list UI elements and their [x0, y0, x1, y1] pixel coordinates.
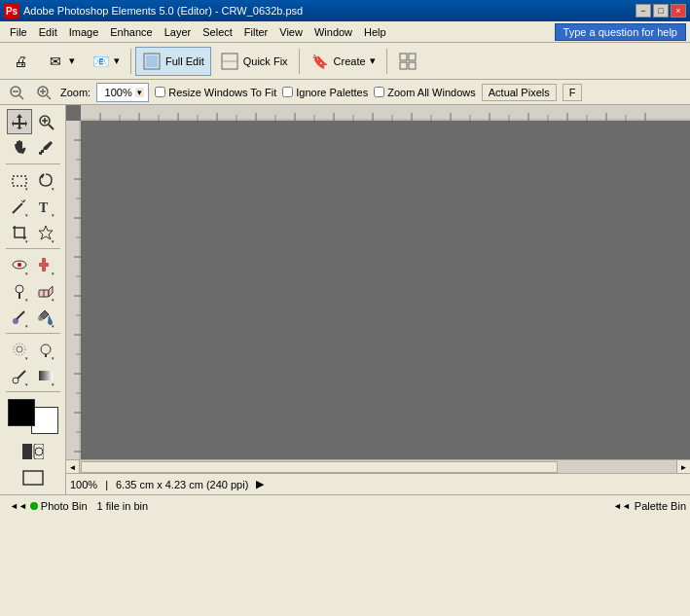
smudge-tool[interactable]: ▾: [33, 337, 58, 362]
redeye-tool[interactable]: ▾: [7, 252, 32, 277]
svg-rect-45: [81, 105, 690, 121]
quick-fix-icon: [220, 52, 239, 71]
main-work-area: ▾ ▾ ▾ T ▾ ▾ ▾: [0, 105, 690, 494]
healing-tool[interactable]: ▾: [33, 252, 58, 277]
create-button[interactable]: 🔖 Create ▾: [304, 47, 382, 76]
fit-screen-button[interactable]: F: [563, 84, 583, 101]
menu-bar: File Edit Image Enhance Layer Select Fil…: [0, 21, 690, 43]
menu-window[interactable]: Window: [309, 24, 358, 40]
tool-sep-1: [6, 163, 60, 164]
lasso-tool[interactable]: ▾: [33, 167, 58, 193]
menu-help[interactable]: Help: [358, 24, 392, 40]
svg-rect-40: [39, 371, 53, 380]
full-edit-button[interactable]: Full Edit: [135, 47, 211, 76]
menu-view[interactable]: View: [273, 24, 309, 40]
zoom-all-check[interactable]: Zoom All Windows: [374, 87, 475, 98]
scroll-right-button[interactable]: ►: [676, 460, 690, 474]
menu-enhance[interactable]: Enhance: [104, 24, 158, 40]
resize-windows-checkbox[interactable]: [155, 87, 165, 97]
help-search-box[interactable]: Type a question for help: [555, 23, 686, 41]
photo-mail-arrow: ▾: [114, 54, 120, 67]
tool-sep-3: [6, 333, 60, 334]
svg-point-36: [17, 346, 22, 352]
blur-tool[interactable]: ▾: [7, 337, 32, 362]
svg-rect-20: [13, 176, 26, 186]
menu-image[interactable]: Image: [63, 24, 105, 40]
horizontal-ruler: [81, 105, 690, 121]
text-tool[interactable]: T ▾: [33, 194, 58, 219]
brush-tool[interactable]: ▾: [7, 305, 32, 330]
menu-filter[interactable]: Filter: [238, 24, 273, 40]
quick-mask-tool[interactable]: [8, 439, 58, 464]
quick-fix-button[interactable]: Quick Fix: [213, 47, 295, 76]
palette-bin-label: Palette Bin: [635, 500, 686, 512]
sharpen-tool[interactable]: ▾: [33, 363, 58, 388]
horizontal-scroll-track[interactable]: [80, 460, 676, 473]
eyedropper-tool[interactable]: [33, 135, 58, 161]
dodge-tool[interactable]: ▾: [7, 363, 32, 388]
eraser-tool[interactable]: ▾: [33, 278, 58, 304]
email-button[interactable]: ✉ ▾: [39, 47, 82, 76]
move-tool[interactable]: [7, 109, 32, 134]
close-button[interactable]: ×: [671, 4, 686, 18]
clone-stamp-tool[interactable]: ▾: [7, 278, 32, 304]
window-controls: − □ ×: [636, 4, 686, 18]
tool-row-6: ▾ ▾: [7, 252, 58, 277]
photo-bin-tab[interactable]: ◄◄ Photo Bin: [4, 499, 93, 513]
ignore-palettes-check[interactable]: Ignore Palettes: [282, 87, 368, 98]
vertical-ruler: [66, 121, 81, 459]
svg-rect-76: [66, 121, 81, 459]
print-icon: 🖨: [11, 52, 30, 71]
grid-view-button[interactable]: [391, 47, 424, 76]
ignore-palettes-label: Ignore Palettes: [296, 87, 368, 98]
svg-point-35: [14, 344, 25, 355]
background-color-swatch[interactable]: [31, 407, 58, 434]
tool-row-5: ▾ ▾: [7, 220, 58, 245]
menu-edit[interactable]: Edit: [33, 24, 63, 40]
minimize-button[interactable]: −: [636, 4, 651, 18]
cookie-cutter-tool[interactable]: ▾: [33, 220, 58, 245]
hand-tool[interactable]: [7, 135, 32, 161]
bottom-bar: ◄◄ Photo Bin 1 file in bin ◄◄ Palette Bi…: [0, 494, 690, 516]
canvas-outer: ▲ ▼ ◄ ► 100% | 6.35 cm x 4.23 cm (240 pp…: [66, 105, 690, 494]
foreground-color-swatch[interactable]: [8, 399, 35, 426]
create-icon: 🔖: [310, 52, 330, 71]
maximize-button[interactable]: □: [653, 4, 669, 18]
zoom-all-checkbox[interactable]: [374, 87, 384, 97]
tool-row-2: [7, 135, 58, 161]
print-button[interactable]: 🖨: [4, 47, 37, 76]
photo-bin-indicator: [30, 502, 38, 510]
photo-bin-arrow: ◄◄: [10, 501, 27, 511]
zoom-tool[interactable]: [33, 109, 58, 134]
svg-rect-5: [409, 54, 416, 60]
screen-mode-tool[interactable]: [8, 465, 58, 490]
crop-tool[interactable]: ▾: [7, 220, 32, 245]
zoom-out-button[interactable]: [6, 82, 27, 103]
zoom-input-box[interactable]: 100% ▾: [96, 83, 149, 102]
photo-mail-button[interactable]: 📧 ▾: [84, 47, 127, 76]
status-separator: |: [105, 479, 108, 490]
menu-file[interactable]: File: [4, 24, 33, 40]
zoom-dropdown-button[interactable]: ▾: [135, 88, 144, 97]
color-swatches[interactable]: [8, 399, 58, 434]
zoom-in-button[interactable]: [33, 82, 54, 103]
marquee-tool[interactable]: ▾: [7, 167, 32, 193]
zoom-label: Zoom:: [60, 87, 91, 98]
magic-wand-tool[interactable]: ▾: [7, 194, 32, 219]
menu-layer[interactable]: Layer: [159, 24, 198, 40]
scroll-left-button[interactable]: ◄: [66, 460, 80, 474]
status-arrow[interactable]: ▶: [256, 478, 264, 490]
actual-pixels-button[interactable]: Actual Pixels: [482, 84, 557, 101]
horizontal-scroll-thumb[interactable]: [81, 461, 558, 473]
svg-point-37: [41, 344, 51, 354]
zoom-all-label: Zoom All Windows: [387, 87, 475, 98]
paint-bucket-tool[interactable]: ▾: [33, 305, 58, 330]
svg-rect-1: [146, 55, 158, 67]
ignore-palettes-checkbox[interactable]: [282, 87, 293, 97]
window-title: Adobe Photoshop Elements 5.0 (Editor) - …: [23, 5, 636, 17]
menu-select[interactable]: Select: [197, 24, 238, 40]
svg-rect-4: [400, 54, 407, 60]
resize-windows-check[interactable]: Resize Windows To Fit: [155, 87, 276, 98]
svg-line-25: [23, 200, 25, 202]
toolbar-separator-3: [386, 49, 387, 74]
